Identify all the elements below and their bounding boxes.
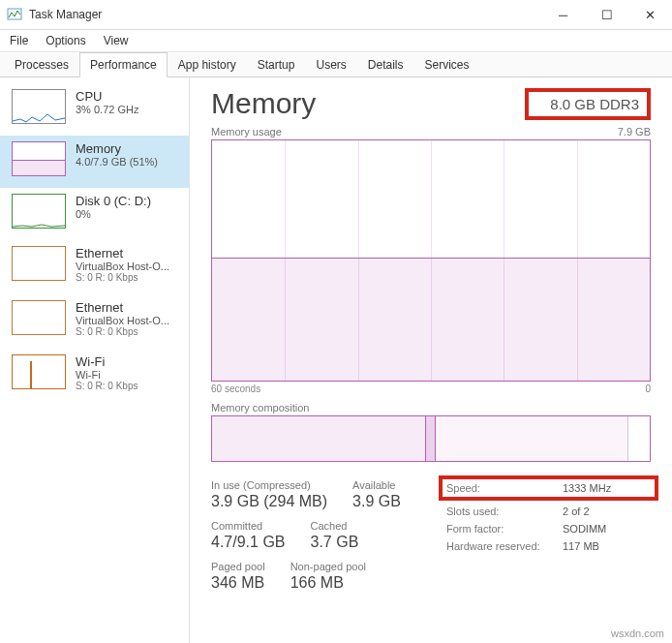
paged-label: Paged pool	[211, 561, 265, 572]
tab-services[interactable]: Services	[414, 52, 480, 77]
available-label: Available	[352, 479, 401, 491]
tab-details[interactable]: Details	[357, 52, 414, 77]
speed-label: Speed:	[446, 479, 563, 497]
sidebar-item-ethernet-2[interactable]: Ethernet VirtualBox Host-O... S: 0 R: 0 …	[0, 294, 189, 349]
memory-thumb-icon	[12, 141, 66, 176]
slots-label: Slots used:	[446, 503, 563, 520]
sidebar-memory-title: Memory	[76, 141, 158, 156]
sidebar-disk-sub: 0%	[76, 208, 151, 220]
svg-rect-0	[8, 9, 21, 19]
memory-usage-chart	[211, 139, 651, 382]
window-title: Task Manager	[29, 8, 541, 21]
tab-users[interactable]: Users	[305, 52, 356, 77]
menu-file[interactable]: File	[10, 34, 28, 47]
memory-capacity: 8.0 GB DDR3	[525, 88, 651, 120]
wifi-thumb-icon	[12, 354, 66, 389]
sidebar-wifi-sub2: S: 0 R: 0 Kbps	[76, 381, 137, 391]
sidebar-item-ethernet-1[interactable]: Ethernet VirtualBox Host-O... S: 0 R: 0 …	[0, 240, 189, 294]
cached-value: 3.7 GB	[311, 534, 359, 551]
sidebar-disk-title: Disk 0 (C: D:)	[76, 194, 151, 208]
sidebar-memory-sub: 4.0/7.9 GB (51%)	[76, 156, 158, 168]
sidebar-wifi-sub: Wi-Fi	[76, 369, 137, 381]
disk-thumb-icon	[12, 194, 66, 229]
speed-value: 1333 MHz	[563, 479, 611, 497]
chart-axis-left: 60 seconds	[211, 383, 260, 394]
tab-startup[interactable]: Startup	[247, 52, 306, 77]
cpu-thumb-icon	[12, 89, 66, 124]
sidebar-wifi-title: Wi-Fi	[76, 354, 137, 369]
form-factor-value: SODIMM	[563, 520, 606, 537]
cached-label: Cached	[311, 520, 359, 532]
tab-processes[interactable]: Processes	[4, 52, 79, 77]
slots-value: 2 of 2	[563, 503, 590, 520]
paged-value: 346 MB	[211, 574, 265, 592]
main-panel: Memory 8.0 GB DDR3 Memory usage 7.9 GB 6…	[190, 77, 672, 643]
chart-axis-right: 0	[645, 383, 651, 394]
form-factor-label: Form factor:	[446, 520, 563, 537]
available-value: 3.9 GB	[352, 493, 401, 510]
inuse-value: 3.9 GB (294 MB)	[211, 493, 327, 510]
comp-free-segment	[628, 416, 650, 461]
tab-performance[interactable]: Performance	[79, 52, 168, 77]
tab-bar: Processes Performance App history Startu…	[0, 52, 672, 77]
menu-options[interactable]: Options	[46, 34, 85, 47]
nonpaged-value: 166 MB	[290, 574, 366, 592]
sidebar-eth2-sub: VirtualBox Host-O...	[76, 315, 169, 326]
sidebar-eth2-title: Ethernet	[76, 300, 169, 315]
committed-value: 4.7/9.1 GB	[211, 534, 286, 551]
sidebar-item-memory[interactable]: Memory 4.0/7.9 GB (51%)	[0, 136, 189, 188]
composition-label: Memory composition	[211, 402, 651, 413]
sidebar-eth1-sub: VirtualBox Host-O...	[76, 260, 169, 272]
ethernet-thumb-icon	[12, 246, 66, 281]
maximize-button[interactable]: ☐	[585, 0, 628, 29]
hw-reserved-label: Hardware reserved:	[446, 537, 563, 555]
committed-label: Committed	[211, 520, 286, 532]
minimize-button[interactable]: ─	[541, 0, 585, 29]
sidebar-eth1-title: Ethernet	[76, 246, 169, 260]
chart-usage-label: Memory usage	[211, 126, 282, 138]
sidebar-item-cpu[interactable]: CPU 3% 0.72 GHz	[0, 83, 189, 136]
chart-usage-max: 7.9 GB	[618, 126, 651, 138]
speed-highlight: Speed: 1333 MHz	[439, 475, 658, 501]
sidebar: CPU 3% 0.72 GHz Memory 4.0/7.9 GB (51%) …	[0, 77, 190, 643]
nonpaged-label: Non-paged pool	[290, 561, 366, 572]
hw-reserved-value: 117 MB	[563, 537, 599, 555]
memory-composition-chart	[211, 415, 651, 462]
comp-standby-segment	[436, 416, 628, 461]
sidebar-eth1-sub2: S: 0 R: 0 Kbps	[76, 272, 169, 283]
sidebar-eth2-sub2: S: 0 R: 0 Kbps	[76, 326, 169, 337]
menu-view[interactable]: View	[104, 34, 129, 47]
sidebar-item-disk[interactable]: Disk 0 (C: D:) 0%	[0, 188, 189, 240]
menubar: File Options View	[0, 30, 672, 52]
tab-app-history[interactable]: App history	[168, 52, 247, 77]
comp-inuse-segment	[212, 416, 426, 461]
sidebar-cpu-sub: 3% 0.72 GHz	[76, 104, 138, 115]
comp-modified-segment	[426, 416, 436, 461]
titlebar: Task Manager ─ ☐ ✕	[0, 0, 672, 30]
sidebar-item-wifi[interactable]: Wi-Fi Wi-Fi S: 0 R: 0 Kbps	[0, 349, 189, 403]
task-manager-icon	[7, 7, 22, 22]
ethernet-thumb-icon	[12, 300, 66, 335]
inuse-label: In use (Compressed)	[211, 479, 327, 491]
sidebar-cpu-title: CPU	[76, 89, 138, 104]
close-button[interactable]: ✕	[628, 0, 672, 29]
watermark: wsxdn.com	[611, 628, 664, 639]
page-title: Memory	[211, 87, 316, 120]
